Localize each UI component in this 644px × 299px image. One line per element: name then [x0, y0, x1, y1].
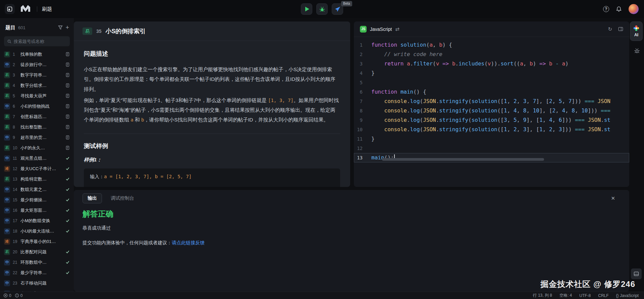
- divider: [37, 6, 37, 12]
- user-avatar[interactable]: [629, 4, 639, 14]
- submit-button[interactable]: Beta: [332, 3, 343, 15]
- toggle-console-button[interactable]: [631, 268, 642, 279]
- list-item[interactable]: 易4数字分组求…: [0, 80, 74, 91]
- search-input[interactable]: [14, 39, 66, 44]
- list-item[interactable]: 中22最少字符串…: [0, 267, 74, 278]
- note-icon: [65, 114, 70, 119]
- run-button[interactable]: [301, 3, 312, 15]
- list-item[interactable]: 易3数字字符串…: [0, 70, 74, 80]
- reset-code-icon[interactable]: ↻: [608, 26, 612, 32]
- code-line[interactable]: 5: [354, 78, 629, 87]
- indent-setting[interactable]: 空格: 4: [559, 293, 572, 298]
- list-item[interactable]: 易5寻找最大葫芦: [0, 91, 74, 101]
- difficulty-badge: 中: [4, 218, 10, 224]
- list-item[interactable]: 易10小F的永久…: [0, 143, 74, 153]
- difficulty-badge: 易: [4, 145, 10, 151]
- difficulty-badge: 中: [4, 103, 10, 109]
- problem-number: 16: [13, 208, 18, 213]
- list-item[interactable]: 难19字典序最小的01…: [0, 236, 74, 247]
- list-item[interactable]: 中14数组元素之…: [0, 184, 74, 195]
- list-item[interactable]: 中9超市里的货…: [0, 132, 74, 143]
- marscode-logo-icon[interactable]: [19, 4, 32, 14]
- difficulty-badge: 中: [4, 228, 10, 234]
- search-box[interactable]: [4, 36, 70, 46]
- list-item[interactable]: 中24小P的跳…: [0, 288, 74, 292]
- difficulty-badge: 中: [4, 135, 10, 141]
- list-item[interactable]: 易20比赛配对问题: [0, 247, 74, 257]
- list-item[interactable]: 中17小M的数组变换: [0, 215, 74, 226]
- check-icon: [65, 177, 70, 181]
- list-item[interactable]: 易13构造特定数…: [0, 174, 74, 184]
- code-line[interactable]: 6function main() {: [354, 87, 629, 97]
- code-line[interactable]: 10 console.log(JSON.stringify(solution([…: [354, 125, 629, 134]
- problem-number: 7: [13, 114, 18, 119]
- difficulty-badge: 难: [4, 166, 10, 172]
- check-icon: [65, 187, 70, 192]
- help-icon[interactable]: ?: [603, 6, 609, 12]
- horizontal-scrollbar[interactable]: [382, 158, 544, 161]
- output-panel: 输出 调试控制台 ✕ 解答正确 恭喜成功通过 提交功能内测体验中，任何问题或者建…: [74, 190, 629, 292]
- cursor-position[interactable]: 行 13, 列 8: [533, 293, 552, 298]
- encoding[interactable]: UTF-8: [579, 293, 591, 298]
- sample-input-block: 输入：a = [1, 2, 3, 7], b = [2, 5, 7]: [84, 168, 340, 187]
- feedback-link[interactable]: 请点此链接反馈: [172, 240, 205, 245]
- tab-output[interactable]: 输出: [83, 193, 102, 203]
- beta-badge: Beta: [341, 1, 352, 6]
- filter-icon[interactable]: [58, 25, 63, 30]
- code-line[interactable]: 2 // write code here: [354, 50, 629, 59]
- editor-panel: JS JavaScript ⇄ ↻ 1function solution(a, …: [354, 21, 629, 187]
- check-icon: [65, 229, 70, 233]
- code-editor[interactable]: 1function solution(a, b) {2 // write cod…: [354, 37, 629, 162]
- problem-number: 22: [13, 270, 18, 275]
- code-line[interactable]: 12: [354, 144, 629, 153]
- list-item[interactable]: 中21环形数组中…: [0, 257, 74, 267]
- list-item[interactable]: 易7创意标题匹…: [0, 111, 74, 122]
- code-line[interactable]: 4}: [354, 68, 629, 78]
- list-item[interactable]: 中23石子移动问题: [0, 278, 74, 288]
- list-item[interactable]: 中18小U的最大连续…: [0, 226, 74, 236]
- note-icon: [65, 146, 70, 150]
- line-number: 5: [354, 78, 371, 87]
- problem-number: 17: [13, 218, 18, 223]
- check-icon: [65, 166, 70, 171]
- list-item[interactable]: 中11观光景点组…: [0, 153, 74, 163]
- code-line[interactable]: 9 console.log(JSON.stringify(solution([3…: [354, 115, 629, 125]
- list-item[interactable]: 中16最大矩形面…: [0, 205, 74, 215]
- app-logo-icon[interactable]: [5, 4, 15, 14]
- debug-sidebar-icon[interactable]: [634, 48, 640, 55]
- switch-language-icon[interactable]: ⇄: [395, 26, 399, 32]
- split-view-icon[interactable]: [618, 27, 623, 32]
- code-line[interactable]: 13main();: [354, 153, 629, 162]
- list-item[interactable]: 易8找出整型数…: [0, 122, 74, 132]
- bug-run-icon: [319, 6, 325, 12]
- list-item[interactable]: 难12最大UCC子串计…: [0, 163, 74, 174]
- errors-status[interactable]: 0: [3, 293, 11, 298]
- debug-run-button[interactable]: [316, 3, 328, 15]
- add-icon[interactable]: +: [65, 24, 69, 31]
- code-line[interactable]: 8 console.log(JSON.stringify(solution([1…: [354, 106, 629, 115]
- code-line[interactable]: 11}: [354, 134, 629, 144]
- check-icon: [65, 260, 70, 264]
- close-icon[interactable]: ✕: [611, 195, 615, 201]
- list-item[interactable]: 中6小E的怪物挑战: [0, 101, 74, 111]
- bell-icon[interactable]: [616, 6, 622, 12]
- eol-setting[interactable]: CRLF: [598, 293, 608, 298]
- problem-number: 2: [13, 62, 18, 67]
- code-line[interactable]: 3 return a.filter(v => b.includes(v)).so…: [354, 59, 629, 68]
- paper-plane-icon: [335, 6, 340, 12]
- tab-debug-console[interactable]: 调试控制台: [111, 195, 134, 201]
- list-item[interactable]: 易1找单独的数: [0, 49, 74, 59]
- ai-assistant-button[interactable]: AI: [630, 21, 643, 41]
- list-item[interactable]: 中2徒步旅行中…: [0, 59, 74, 70]
- list-item[interactable]: 中15最少前缀操…: [0, 195, 74, 205]
- code-line[interactable]: 1function solution(a, b) {: [354, 40, 629, 50]
- language-mode[interactable]: {} JavaScript: [616, 293, 639, 298]
- code-line[interactable]: 7 console.log(JSON.stringify(solution([1…: [354, 97, 629, 106]
- sample-label: 样例1：: [84, 157, 340, 163]
- problem-number: 4: [13, 83, 18, 88]
- line-number: 4: [354, 68, 371, 78]
- warning-icon: [15, 293, 19, 298]
- warnings-status[interactable]: 0: [15, 293, 23, 298]
- difficulty-badge: 中: [4, 270, 10, 276]
- check-icon: [65, 208, 70, 212]
